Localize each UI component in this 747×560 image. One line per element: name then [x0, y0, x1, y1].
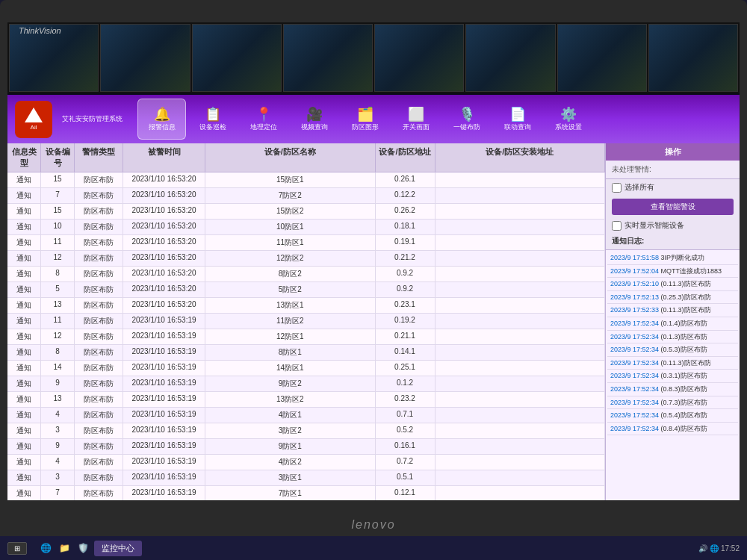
table-row[interactable]: 通知12防区布防2023/1/10 16:53:2012防区20.21.2	[7, 251, 605, 267]
table-cell: 15防区1	[205, 172, 376, 187]
log-entry: 2023/9 17:52:34 (0.1.4)防区布防	[607, 317, 738, 331]
nav-label-map: 地理定位	[250, 123, 277, 131]
table-cell: 防区布防	[75, 298, 123, 313]
table-cell: 通知	[7, 314, 41, 329]
table-row[interactable]: 通知9防区布防2023/1/10 16:53:199防区20.1.2	[7, 376, 605, 392]
nav-item-alert[interactable]: 🔔 报警信息	[137, 99, 186, 140]
table-cell	[436, 298, 606, 313]
log-entry: 2023/9 17:52:10 (0.11.3)防区布防	[607, 278, 738, 291]
app-logo: Ail	[15, 101, 52, 138]
clock-icon: 🔊 🌐 17:52	[698, 544, 740, 553]
table-cell: 2023/1/10 16:53:19	[123, 376, 205, 391]
table-row[interactable]: 通知13防区布防2023/1/10 16:53:1913防区20.23.2	[7, 392, 605, 408]
table-row[interactable]: 通知8防区布防2023/1/10 16:53:208防区20.9.2	[7, 267, 605, 282]
log-content: MQTT连接成功1883	[661, 267, 722, 275]
table-row[interactable]: 通知12防区布防2023/1/10 16:53:1912防区10.21.1	[7, 329, 605, 345]
screen: ThinkVision Ail 艾礼安安防管理系统 🔔	[7, 22, 740, 500]
camera-feed-7	[557, 24, 647, 92]
table-cell: 2023/1/10 16:53:20	[123, 282, 205, 297]
table-cell	[436, 172, 606, 187]
table-row[interactable]: 通知7防区布防2023/1/10 16:53:207防区20.12.2	[7, 188, 605, 204]
table-cell: 13	[41, 298, 75, 313]
select-all-label: 选择所有	[624, 182, 654, 193]
table-row[interactable]: 通知3防区布防2023/1/10 16:53:193防区20.5.2	[7, 423, 605, 439]
right-sidebar: 操作 未处理警情: 选择所有 查看智能警设 实时显示智能设备 通知日志: 202…	[605, 143, 740, 500]
camera-strip	[7, 22, 740, 93]
log-content: 3IP判断化成功	[661, 254, 705, 261]
table-cell: 防区布防	[75, 235, 123, 250]
table-cell: 通知	[7, 282, 41, 297]
table-cell: 0.16.1	[376, 439, 436, 454]
nav-item-settings[interactable]: ⚙️ 系统设置	[544, 99, 592, 140]
table-cell: 0.9.2	[376, 267, 436, 281]
table-cell: 0.23.2	[376, 392, 436, 407]
log-content: (0.8.3)防区布防	[661, 385, 707, 393]
log-content: (0.1.3)防区布防	[661, 333, 707, 340]
table-row[interactable]: 通知8防区布防2023/1/10 16:53:198防区10.14.1	[7, 345, 605, 361]
table-row[interactable]: 通知10防区布防2023/1/10 16:53:2010防区10.18.1	[7, 220, 605, 235]
log-content: (0.1.4)防区布防	[661, 320, 707, 327]
table-row[interactable]: 通知11防区布防2023/1/10 16:53:1911防区20.19.2	[7, 314, 605, 329]
log-time: 2023/9 17:52:10	[610, 280, 661, 287]
start-button[interactable]: ⊞	[7, 542, 27, 555]
table-header-cell: 设备/防区安装地址	[436, 143, 606, 172]
table-cell: 防区布防	[75, 361, 123, 376]
table-cell: 通知	[7, 172, 41, 187]
nav-item-device[interactable]: 📋 设备巡检	[188, 99, 237, 140]
table-cell: 7	[41, 188, 75, 203]
nav-item-map[interactable]: 📍 地理定位	[239, 99, 288, 140]
table-cell: 5防区2	[205, 282, 376, 297]
table-row[interactable]: 通知15防区布防2023/1/10 16:53:2015防区20.26.2	[7, 204, 605, 220]
select-all-checkbox[interactable]	[612, 183, 622, 193]
table-row[interactable]: 通知5防区布防2023/1/10 16:53:205防区20.9.2	[7, 282, 605, 298]
table-cell	[436, 267, 606, 281]
table-row[interactable]: 通知15防区布防2023/1/10 16:53:2015防区10.26.1	[7, 172, 605, 188]
table-cell: 8	[41, 345, 75, 360]
log-time: 2023/9 17:52:34	[610, 425, 661, 432]
taskbar-app[interactable]: 监控中心	[94, 541, 142, 556]
nav-item-video[interactable]: 🎥 视频查询	[290, 99, 338, 140]
table-cell	[436, 251, 606, 266]
nav-label-open: 开关画面	[403, 123, 430, 131]
table-cell: 12	[41, 251, 75, 266]
table-cell: 2023/1/10 16:53:20	[123, 172, 205, 187]
log-entry: 2023/9 17:52:34 (0.5.4)防区布防	[607, 409, 738, 423]
process-button[interactable]: 查看智能警设	[612, 199, 734, 215]
nav-icon-map: 📍	[255, 108, 272, 121]
table-cell: 2023/1/10 16:53:20	[123, 251, 205, 266]
table-cell: 2023/1/10 16:53:19	[123, 329, 205, 344]
log-content: (0.3.1)防区布防	[661, 372, 707, 379]
nav-label-zone: 防区图形	[352, 123, 379, 131]
table-cell: 通知	[7, 267, 41, 281]
nav-item-zone[interactable]: 🗂️ 防区图形	[341, 99, 389, 140]
table-cell: 通知	[7, 345, 41, 360]
table-cell: 10防区1	[205, 220, 376, 234]
log-content: (0.11.3)防区布防	[661, 280, 711, 287]
table-row[interactable]: 通知4防区布防2023/1/10 16:53:194防区20.7.2	[7, 455, 605, 470]
nav-item-patrol[interactable]: 📄 联动查询	[493, 99, 542, 140]
table-row[interactable]: 通知13防区布防2023/1/10 16:53:2013防区10.23.1	[7, 298, 605, 314]
table-row[interactable]: 通知11防区布防2023/1/10 16:53:2011防区10.19.1	[7, 235, 605, 251]
table-cell: 2023/1/10 16:53:19	[123, 345, 205, 360]
log-entry: 2023/9 17:52:34 (0.7.3)防区布防	[607, 396, 738, 410]
table-row[interactable]: 通知9防区布防2023/1/10 16:53:199防区10.16.1	[7, 439, 605, 455]
table-cell	[436, 439, 606, 454]
table-cell: 2023/1/10 16:53:19	[123, 470, 205, 485]
table-cell: 通知	[7, 235, 41, 250]
nav-item-onekey[interactable]: 🎙️ 一键布防	[442, 99, 491, 140]
smart-display-label: 实时显示智能设备	[624, 220, 684, 231]
table-cell	[436, 204, 606, 219]
smart-display-check[interactable]: 实时显示智能设备	[606, 218, 740, 233]
table-row[interactable]: 通知14防区布防2023/1/10 16:53:1914防区10.25.1	[7, 361, 605, 376]
table-header-cell: 警情类型	[75, 143, 123, 172]
table-row[interactable]: 通知7防区布防2023/1/10 16:53:197防区10.12.1	[7, 486, 605, 500]
sidebar-select-all[interactable]: 选择所有	[606, 179, 740, 196]
table-row[interactable]: 通知3防区布防2023/1/10 16:53:193防区10.5.1	[7, 470, 605, 486]
nav-item-open[interactable]: ⬜ 开关画面	[391, 99, 440, 140]
table-row[interactable]: 通知4防区布防2023/1/10 16:53:194防区10.7.1	[7, 408, 605, 423]
smart-display-checkbox[interactable]	[612, 221, 622, 231]
table-cell: 3	[41, 470, 75, 485]
table-cell	[436, 408, 606, 423]
table-cell	[436, 329, 606, 344]
table-header-cell: 信息类型	[7, 143, 41, 172]
